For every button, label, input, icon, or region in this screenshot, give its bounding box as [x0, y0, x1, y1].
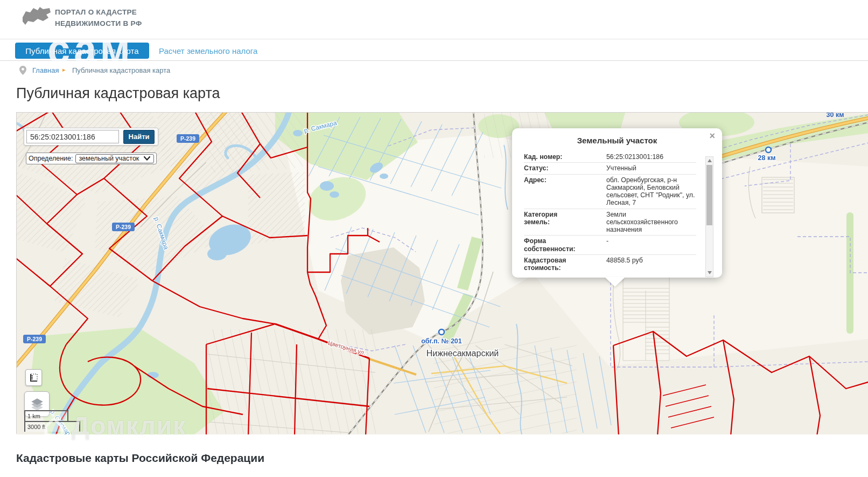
tab-land-tax-calculation[interactable]: Расчет земельного налога — [159, 43, 257, 59]
chevron-down-icon — [144, 156, 150, 161]
popup-row-cadastral-value: Кадастровая стоимость: 48858.5 руб — [524, 255, 696, 272]
determination-select[interactable]: земельный участок — [75, 154, 154, 163]
search-button[interactable]: Найти — [123, 130, 155, 144]
page-title: Публичная кадастровая карта — [16, 85, 220, 102]
measure-tool-button[interactable] — [25, 369, 42, 386]
popup-row-ownership-form: Форма собственности: - — [524, 236, 696, 255]
scroll-down-icon[interactable] — [706, 269, 713, 276]
scale-imperial: 3000 ft — [24, 421, 80, 432]
scroll-up-icon[interactable] — [706, 157, 713, 164]
determination-panel: Определение: земельный участок — [26, 153, 157, 164]
footer-heading: Кадастровые карты Российской Федерации — [16, 452, 264, 465]
site-logo-russia-map-icon — [22, 4, 52, 29]
determination-label: Определение: — [29, 155, 73, 162]
svg-text:Р-239: Р-239 — [180, 135, 195, 142]
popup-row-land-category: Категория земель: Земли сельскохозяйстве… — [524, 209, 696, 236]
page: ПОРТАЛ О КАДАСТРЕ НЕДВИЖИМОСТИ В РФ Публ… — [0, 0, 868, 477]
svg-text:Р-239: Р-239 — [116, 224, 131, 230]
popup-scrollbar[interactable] — [705, 156, 713, 277]
km30-label: 30 км — [827, 113, 844, 119]
site-title-line2: НЕДВИЖИМОСТИ В РФ — [55, 18, 142, 30]
determination-selected-option: земельный участок — [79, 155, 139, 162]
svg-text:28 км: 28 км — [758, 154, 776, 162]
scale-metric: 1 km — [24, 410, 68, 421]
parcel-info-popup: × Земельный участок Кад. номер: 56:25:02… — [512, 128, 722, 278]
tab-public-cadastral-map[interactable]: Публичная кадастровая карта — [15, 43, 149, 59]
scale-bar: 1 km 3000 ft — [24, 410, 80, 432]
popup-row-cad-number: Кад. номер: 56:25:0213001:186 — [524, 151, 696, 163]
layers-icon — [30, 397, 45, 412]
cadastral-number-input[interactable] — [26, 130, 119, 143]
road-badge-r239-top: Р-239 — [177, 134, 199, 143]
site-title: ПОРТАЛ О КАДАСТРЕ НЕДВИЖИМОСТИ В РФ — [55, 7, 142, 30]
ruler-icon — [29, 372, 39, 383]
popup-row-address: Адрес: обл. Оренбургская, р-н Сакмарский… — [524, 175, 696, 209]
close-icon[interactable]: × — [709, 131, 715, 141]
popup-tail — [605, 277, 625, 287]
svg-text:обг.п. № 201: обг.п. № 201 — [421, 337, 462, 345]
map-container[interactable]: Р-239 Р-239 Р-239 обг.п. № 201 28 км 30 … — [16, 112, 868, 434]
scroll-thumb[interactable] — [706, 165, 712, 225]
breadcrumb-separator-icon: ▸ — [62, 66, 66, 73]
search-panel: Найти — [24, 128, 158, 146]
road-badge-r239-mid: Р-239 — [112, 223, 135, 231]
breadcrumb-home-link[interactable]: Главная — [32, 66, 59, 74]
popup-row-status: Статус: Учтенный — [524, 163, 696, 174]
popup-body: Кад. номер: 56:25:0213001:186 Статус: Уч… — [524, 151, 696, 272]
popup-title: Земельный участок — [512, 128, 722, 145]
settlement-label: Нижнесакмарский — [426, 349, 499, 358]
site-title-line1: ПОРТАЛ О КАДАСТРЕ — [55, 7, 142, 18]
tab-bar: Публичная кадастровая карта Расчет земел… — [0, 39, 868, 61]
svg-text:Р-239: Р-239 — [27, 336, 42, 342]
location-pin-icon — [19, 66, 26, 75]
breadcrumb-current: Публичная кадастровая карта — [72, 66, 170, 74]
road-badge-r239-bottom: Р-239 — [23, 335, 46, 343]
breadcrumb: Главная ▸ Публичная кадастровая карта — [0, 65, 868, 77]
